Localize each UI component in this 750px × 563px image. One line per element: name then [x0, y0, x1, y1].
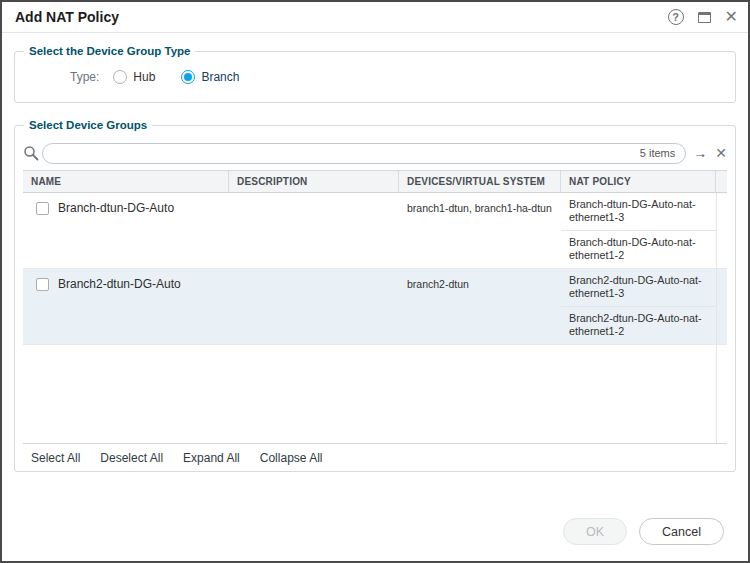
row-devices-cell: branch1-dtun, branch1-ha-dtun	[399, 193, 561, 268]
deselect-all-link[interactable]: Deselect All	[100, 451, 163, 465]
dialog-content: Select the Device Group Type Type: Hub B…	[2, 33, 748, 561]
nat-policy-entry: Branch2-dtun-DG-Auto-nat-ethernet1-3	[561, 269, 716, 307]
add-nat-policy-dialog: Add NAT Policy ? ✕ Select the Device Gro…	[0, 0, 750, 563]
device-groups-table: NAME DESCRIPTION DEVICES/VIRTUAL SYSTEM …	[23, 170, 727, 471]
nat-policy-entry: Branch-dtun-DG-Auto-nat-ethernet1-3	[561, 193, 716, 231]
filter-bar: 5 items → ✕	[23, 140, 727, 166]
row-description-cell	[229, 269, 399, 344]
radio-branch-circle	[181, 70, 195, 84]
table-row[interactable]: Branch-dtun-DG-Auto branch1-dtun, branch…	[23, 193, 727, 269]
row-nat-policy-cell: Branch-dtun-DG-Auto-nat-ethernet1-3 Bran…	[561, 193, 716, 268]
row-devices-cell: branch2-dtun	[399, 269, 561, 344]
table-body: Branch-dtun-DG-Auto branch1-dtun, branch…	[23, 193, 727, 443]
row-nat-policy-cell: Branch2-dtun-DG-Auto-nat-ethernet1-3 Bra…	[561, 269, 716, 344]
row-checkbox[interactable]	[36, 202, 49, 215]
apply-filter-icon[interactable]: →	[693, 145, 707, 161]
row-scroll-spacer	[716, 193, 727, 268]
filter-input[interactable]: 5 items	[42, 143, 686, 164]
device-groups-legend: Select Device Groups	[24, 118, 152, 133]
items-count: 5 items	[640, 147, 675, 159]
row-name-cell: Branch-dtun-DG-Auto	[23, 193, 229, 268]
dialog-actions: OK Cancel	[14, 518, 736, 561]
row-scroll-spacer	[716, 269, 727, 344]
radio-hub-circle	[113, 70, 127, 84]
type-label: Type:	[70, 70, 99, 84]
device-groups-section: Select Device Groups 5 items → ✕ NAME	[14, 125, 736, 472]
column-header-description[interactable]: DESCRIPTION	[229, 171, 399, 192]
expand-all-link[interactable]: Expand All	[183, 451, 240, 465]
ok-button[interactable]: OK	[563, 518, 627, 545]
titlebar-icons: ? ✕	[668, 9, 738, 25]
select-all-link[interactable]: Select All	[31, 451, 80, 465]
column-header-devices[interactable]: DEVICES/VIRTUAL SYSTEM	[399, 171, 561, 192]
column-header-name[interactable]: NAME	[23, 171, 229, 192]
table-row[interactable]: Branch2-dtun-DG-Auto branch2-dtun Branch…	[23, 269, 727, 345]
filter-icons: → ✕	[693, 145, 727, 161]
clear-filter-icon[interactable]: ✕	[715, 145, 727, 161]
row-checkbox[interactable]	[36, 278, 49, 291]
column-header-scroll-spacer	[716, 171, 732, 192]
type-row: Type: Hub Branch	[15, 52, 735, 102]
nat-policy-entry: Branch-dtun-DG-Auto-nat-ethernet1-2	[561, 231, 716, 268]
device-group-name: Branch-dtun-DG-Auto	[58, 201, 174, 215]
radio-hub[interactable]: Hub	[113, 70, 155, 84]
device-group-type-legend: Select the Device Group Type	[24, 44, 195, 59]
search-icon	[23, 145, 39, 161]
maximize-icon[interactable]	[698, 12, 711, 23]
row-name-cell: Branch2-dtun-DG-Auto	[23, 269, 229, 344]
window-glyph	[698, 12, 711, 23]
dialog-titlebar: Add NAT Policy ? ✕	[2, 2, 748, 33]
radio-branch-label: Branch	[201, 70, 239, 84]
table-scrollbar[interactable]	[716, 193, 717, 443]
help-icon[interactable]: ?	[668, 9, 684, 25]
cancel-button[interactable]: Cancel	[639, 518, 724, 545]
row-description-cell	[229, 193, 399, 268]
table-footer: Select All Deselect All Expand All Colla…	[23, 443, 727, 471]
close-icon[interactable]: ✕	[725, 9, 738, 25]
collapse-all-link[interactable]: Collapse All	[260, 451, 323, 465]
column-header-nat-policy[interactable]: NAT POLICY	[561, 171, 716, 192]
table-header: NAME DESCRIPTION DEVICES/VIRTUAL SYSTEM …	[23, 171, 727, 193]
device-group-name: Branch2-dtun-DG-Auto	[58, 277, 181, 291]
radio-hub-label: Hub	[133, 70, 155, 84]
dialog-title: Add NAT Policy	[15, 9, 119, 25]
device-group-type-section: Select the Device Group Type Type: Hub B…	[14, 51, 736, 103]
nat-policy-entry: Branch2-dtun-DG-Auto-nat-ethernet1-2	[561, 307, 716, 344]
radio-branch[interactable]: Branch	[181, 70, 239, 84]
